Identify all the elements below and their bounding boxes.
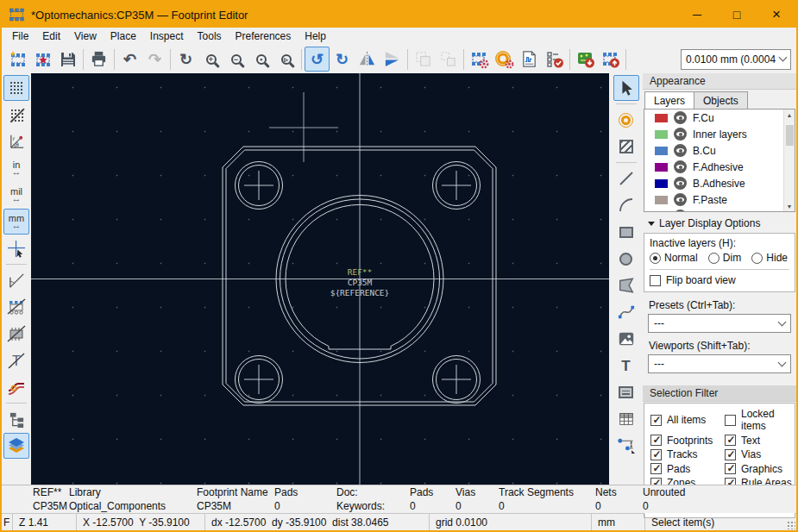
pad-properties-button[interactable] (492, 47, 517, 72)
full-crosshair-button[interactable] (3, 235, 29, 261)
footprint-properties-button[interactable] (467, 47, 492, 72)
sketch-pads-button[interactable] (3, 294, 29, 320)
layer-row-bcu[interactable]: B.Cu (644, 142, 783, 159)
radio-normal[interactable] (650, 253, 661, 264)
sketch-text-button[interactable]: T (3, 347, 29, 373)
pad-tool-button[interactable] (613, 107, 639, 133)
scroll-thumb[interactable] (786, 125, 794, 146)
layer-color-swatch[interactable] (655, 196, 668, 204)
hole-bottom-right[interactable] (433, 356, 481, 404)
layer-color-swatch[interactable] (655, 130, 668, 139)
menu-place[interactable]: Place (104, 28, 143, 44)
units-mm-button[interactable]: mm↔ (3, 209, 29, 235)
rule-area-tool-button[interactable] (613, 134, 639, 160)
radio-dim[interactable] (708, 253, 719, 264)
flip-vertical-button[interactable] (380, 47, 405, 72)
filter-all-items[interactable]: All items (650, 408, 725, 432)
filter-checkbox[interactable] (725, 415, 736, 426)
footprint-checker-button[interactable] (542, 47, 567, 72)
filter-graphics[interactable]: Graphics (725, 463, 793, 475)
layer-row-fpaste[interactable]: F.Paste (644, 191, 783, 208)
close-button[interactable]: × (757, 2, 796, 28)
line-angle-mode-button[interactable] (3, 267, 29, 293)
library-tree-toggle-button[interactable] (3, 406, 29, 432)
new-footprint-wizard-button[interactable] (30, 47, 55, 72)
radio-option-dim[interactable]: Dim (708, 252, 741, 264)
dimension-tool-button[interactable] (613, 433, 639, 459)
radio-option-normal[interactable]: Normal (650, 252, 698, 264)
save-button[interactable] (55, 47, 80, 72)
editor-canvas[interactable]: REF** CP35M ${REFERENCE} (31, 73, 609, 485)
image-tool-button[interactable] (613, 326, 639, 352)
eye-visible-icon[interactable] (674, 210, 687, 211)
polygon-tool-button[interactable] (613, 272, 639, 298)
filter-locked-items[interactable]: Locked items (725, 408, 793, 432)
radio-option-hide[interactable]: Hide (751, 252, 788, 264)
filter-tracks[interactable]: Tracks (650, 448, 725, 460)
layers-scrollbar[interactable]: ▲ ▼ (783, 110, 795, 211)
menu-edit[interactable]: Edit (35, 28, 67, 44)
grid-visibility-button[interactable] (3, 75, 29, 101)
tab-layers[interactable]: Layers (644, 91, 694, 109)
menu-file[interactable]: File (5, 28, 35, 44)
print-button[interactable] (86, 47, 111, 72)
hole-top-right[interactable] (433, 162, 481, 210)
hole-bottom-left[interactable] (236, 356, 283, 404)
eye-visible-icon[interactable] (674, 160, 687, 173)
arc-tool-button[interactable] (613, 192, 639, 218)
eye-visible-icon[interactable] (674, 128, 687, 141)
insert-footprint-board-button[interactable] (573, 47, 598, 72)
eye-visible-icon[interactable] (674, 193, 687, 206)
layer-color-swatch[interactable] (655, 179, 668, 188)
sketch-tracks-button[interactable] (3, 374, 29, 400)
value-text[interactable]: CP35M (348, 278, 373, 287)
select-tool-button[interactable] (613, 75, 639, 101)
zoom-fit-button[interactable]: ▪ (248, 47, 273, 72)
circle-tool-button[interactable] (613, 246, 639, 272)
filter-checkbox[interactable] (650, 449, 662, 460)
minimize-button[interactable]: ─ (677, 2, 717, 28)
layer-row-inner[interactable]: Inner layers (644, 126, 783, 142)
undo-button[interactable]: ↶ (117, 47, 142, 72)
units-inches-button[interactable]: in↔ (3, 155, 29, 181)
layer-row-bpaste[interactable]: B.Paste (644, 208, 783, 211)
reference-variable-text[interactable]: ${REFERENCE} (330, 288, 390, 297)
menu-help[interactable]: Help (298, 28, 333, 44)
rectangle-tool-button[interactable] (613, 219, 639, 245)
tab-objects[interactable]: Objects (694, 91, 748, 109)
text-tool-button[interactable]: T (613, 353, 639, 379)
text-properties-button[interactable] (517, 47, 542, 72)
rotate-cw-button[interactable]: ↻ (330, 47, 355, 72)
presets-select[interactable]: --- (648, 314, 791, 333)
sketch-graphics-button[interactable] (3, 321, 29, 347)
radio-hide[interactable] (751, 253, 763, 264)
filter-text[interactable]: Text (725, 435, 793, 447)
polar-coordinates-button[interactable]: θ r (3, 128, 29, 154)
filter-checkbox[interactable] (650, 415, 662, 426)
layer-row-badhesive[interactable]: B.Adhesive (644, 175, 783, 191)
zoom-selection-button[interactable]: ▹ (273, 47, 298, 72)
menu-view[interactable]: View (67, 28, 104, 44)
update-footprint-board-button[interactable] (598, 47, 623, 72)
filter-checkbox[interactable] (725, 435, 736, 446)
units-mils-button[interactable]: mil↔ (3, 182, 29, 208)
grid-size-select[interactable]: 0.0100 mm (0.0004 (681, 49, 791, 70)
menu-preferences[interactable]: Preferences (229, 28, 298, 44)
resize-grip[interactable] (786, 520, 795, 529)
filter-vias[interactable]: Vias (725, 448, 793, 460)
viewports-select[interactable]: --- (648, 354, 791, 373)
layer-row-fcu[interactable]: F.Cu (644, 110, 783, 126)
filter-checkbox[interactable] (725, 463, 736, 474)
textbox-tool-button[interactable] (613, 379, 639, 405)
menu-inspect[interactable]: Inspect (143, 28, 191, 44)
appearance-panel-toggle-button[interactable] (3, 433, 29, 459)
bezier-tool-button[interactable] (613, 299, 639, 325)
zoom-in-button[interactable]: + (198, 47, 223, 72)
scroll-up-icon[interactable]: ▲ (787, 110, 793, 120)
eye-visible-icon[interactable] (674, 144, 687, 157)
layer-color-swatch[interactable] (655, 114, 668, 122)
layer-row-fadhesive[interactable]: F.Adhesive (644, 159, 783, 175)
filter-checkbox[interactable] (725, 449, 736, 460)
flip-board-view-row[interactable]: Flip board view (650, 274, 789, 286)
hole-top-left[interactable] (236, 162, 283, 210)
